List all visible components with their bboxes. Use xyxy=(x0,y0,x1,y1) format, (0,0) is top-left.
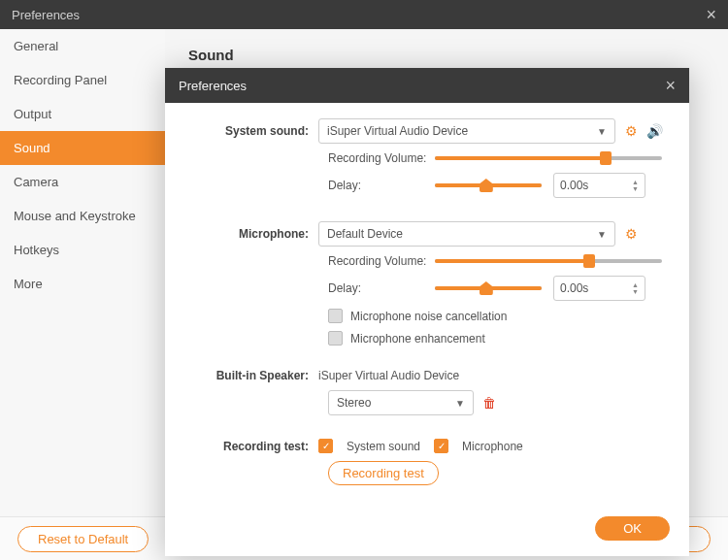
recording-test-label: Recording test: xyxy=(192,440,318,453)
modal-close-icon[interactable]: × xyxy=(665,76,676,96)
mic-delay-label: Delay: xyxy=(328,281,435,295)
sidebar-item-hotkeys[interactable]: Hotkeys xyxy=(0,233,165,267)
mic-volume-label: Recording Volume: xyxy=(328,254,435,268)
test-system-label: System sound xyxy=(347,440,420,453)
spacer xyxy=(646,226,662,242)
window-title: Preferences xyxy=(12,8,80,22)
system-delay-spinner[interactable]: 0.00s ▲▼ xyxy=(553,173,645,198)
modal-ok-button[interactable]: OK xyxy=(595,516,670,541)
test-system-checkbox[interactable]: ✓ xyxy=(318,439,333,453)
system-sound-label: System sound: xyxy=(192,124,318,138)
trash-icon[interactable]: 🗑 xyxy=(481,395,497,411)
test-mic-checkbox[interactable]: ✓ xyxy=(434,439,448,453)
chevron-down-icon: ▼ xyxy=(455,398,465,409)
chevron-down-icon: ▼ xyxy=(597,229,607,240)
system-volume-slider[interactable] xyxy=(435,156,662,160)
mic-delay-slider[interactable] xyxy=(435,286,542,290)
gear-icon[interactable]: ⚙ xyxy=(623,123,639,139)
mic-delay-spinner[interactable]: 0.00s ▲▼ xyxy=(553,276,645,301)
speaker-mode-select[interactable]: Stereo ▼ xyxy=(328,390,474,415)
chevron-down-icon: ▼ xyxy=(597,126,607,137)
speaker-label: Built-in Speaker: xyxy=(192,369,318,382)
noise-cancel-label: Microphone noise cancellation xyxy=(350,310,507,323)
test-mic-label: Microphone xyxy=(462,440,523,453)
mic-volume-slider[interactable] xyxy=(435,259,662,263)
modal-title: Preferences xyxy=(179,79,247,93)
enhancement-checkbox[interactable] xyxy=(328,331,343,346)
system-delay-slider[interactable] xyxy=(435,183,542,187)
sidebar-item-mouse-keystroke[interactable]: Mouse and Keystroke xyxy=(0,199,165,233)
speaker-mode: Stereo xyxy=(337,396,371,410)
speaker-icon[interactable]: 🔊 xyxy=(646,123,662,139)
sidebar-item-recording-panel[interactable]: Recording Panel xyxy=(0,63,165,97)
recording-test-button[interactable]: Recording test xyxy=(328,461,439,485)
sidebar-item-more[interactable]: More xyxy=(0,267,165,301)
microphone-select[interactable]: Default Device ▼ xyxy=(318,221,615,247)
mic-delay-value: 0.00s xyxy=(560,281,588,295)
sidebar-item-general[interactable]: General xyxy=(0,29,165,63)
reset-default-button[interactable]: Reset to Default xyxy=(17,526,149,552)
sidebar-item-camera[interactable]: Camera xyxy=(0,165,165,199)
microphone-label: Microphone: xyxy=(192,227,318,241)
system-volume-label: Recording Volume: xyxy=(328,151,435,165)
page-title: Sound xyxy=(188,47,705,63)
system-sound-device: iSuper Virtual Audio Device xyxy=(327,124,468,138)
sidebar: General Recording Panel Output Sound Cam… xyxy=(0,29,165,516)
close-icon[interactable]: × xyxy=(706,5,716,25)
gear-icon[interactable]: ⚙ xyxy=(623,226,639,242)
enhancement-label: Microphone enhancement xyxy=(350,332,485,346)
sidebar-item-output[interactable]: Output xyxy=(0,97,165,131)
system-delay-value: 0.00s xyxy=(560,179,588,192)
sidebar-item-sound[interactable]: Sound xyxy=(0,131,165,165)
speaker-device: iSuper Virtual Audio Device xyxy=(318,369,459,382)
system-delay-label: Delay: xyxy=(328,179,435,192)
preferences-modal: Preferences × System sound: iSuper Virtu… xyxy=(165,68,689,556)
microphone-device: Default Device xyxy=(327,227,403,241)
system-sound-select[interactable]: iSuper Virtual Audio Device ▼ xyxy=(318,118,615,144)
noise-cancel-checkbox[interactable] xyxy=(328,309,343,323)
